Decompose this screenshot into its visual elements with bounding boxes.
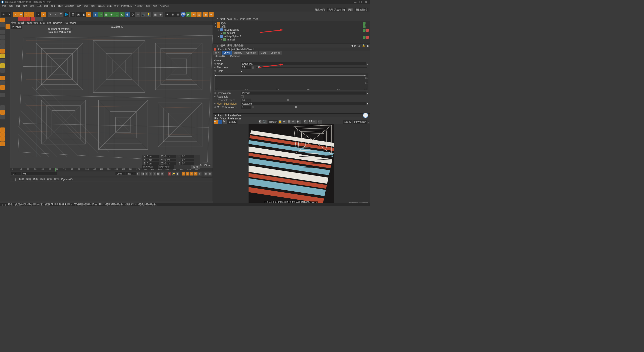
select-tool[interactable]: ↖	[13, 12, 18, 17]
camera-tool[interactable]: 📷	[141, 12, 146, 17]
tl-extra-2[interactable]: ◉	[208, 172, 212, 175]
tab-curve[interactable]: Curve	[222, 51, 232, 55]
menu-窗口[interactable]: 窗口	[145, 5, 151, 8]
rvmenu-preferences[interactable]: Preferences	[228, 117, 242, 120]
rs-render-icon[interactable]: OR	[181, 12, 186, 17]
workplane-btn[interactable]	[0, 85, 5, 90]
tl-next-frame[interactable]: ▶	[153, 172, 156, 175]
rot-h-input[interactable]: 0 °	[181, 155, 194, 158]
matmenu-创建[interactable]: 创建	[19, 178, 24, 181]
coord-mode-select[interactable]: 绝对尺寸	[159, 165, 174, 169]
param-bullet-icon[interactable]	[214, 67, 216, 68]
viewmenu-查看[interactable]: 查看	[11, 21, 16, 25]
nodespace-select[interactable]: 当前 (Redshift)	[327, 8, 346, 12]
sel-rect[interactable]	[0, 132, 5, 137]
dropdown-arrow-icon[interactable]: ▾	[367, 92, 368, 95]
menu-工具[interactable]: 工具	[36, 5, 42, 8]
axis-mode[interactable]	[0, 35, 5, 39]
matmenu-Cycles 4D[interactable]: Cycles 4D	[61, 178, 73, 181]
rv-channel-icon[interactable]: ◐	[297, 120, 301, 124]
material-panel[interactable]	[10, 181, 213, 201]
menu-Redshift[interactable]: Redshift	[134, 5, 144, 7]
rv-freeze-icon[interactable]: ❄	[283, 120, 287, 124]
snap-settings[interactable]	[0, 80, 5, 85]
renderview-viewport[interactable]: <微信公众号: 野鹿志 微博: 野鹿志 作者: 马鹿野郎> (0.07s) Pr…	[213, 124, 370, 204]
misc-tool[interactable]: ◉	[158, 12, 163, 17]
param-bullet-icon[interactable]	[214, 92, 216, 94]
objmenu-编辑[interactable]: 编辑	[227, 17, 232, 21]
param-bullet-icon[interactable]	[214, 106, 216, 108]
menu-体积[interactable]: 体积	[57, 5, 63, 8]
menu-角色[interactable]: 角色	[76, 5, 82, 8]
redshift-tag-icon[interactable]	[366, 29, 369, 32]
status-hamburger-icon[interactable]: ⋮⋮	[2, 203, 7, 206]
matmenu-材质[interactable]: 材质	[47, 178, 52, 181]
rv-zoom-in-icon[interactable]: +	[313, 120, 317, 124]
render-active[interactable]: ✦	[86, 12, 91, 17]
add-tool[interactable]: +	[41, 12, 46, 17]
model-mode[interactable]	[0, 18, 5, 22]
menu-样条[interactable]: 样条	[50, 5, 56, 8]
make-editable[interactable]	[6, 24, 10, 29]
lock-btn[interactable]	[0, 93, 5, 97]
rv-zoom-out-icon[interactable]: −	[318, 120, 322, 124]
max-subdivisions-slider[interactable]	[256, 107, 367, 107]
cube-primitive[interactable]: ◈	[93, 12, 98, 17]
maxsub-spinner[interactable]: ▴▾	[252, 106, 254, 108]
attr-lock-icon[interactable]: 🔒	[362, 44, 365, 47]
nurbs-tool[interactable]: ◉	[109, 12, 114, 17]
matmenu-选择[interactable]: 选择	[40, 178, 45, 181]
rv-aov-select[interactable]: Beauty	[227, 120, 237, 124]
tl-rot-key[interactable]: R	[190, 172, 193, 175]
menu-RealFlow[interactable]: RealFlow	[159, 5, 170, 7]
object-row[interactable]: ▸简易	[213, 22, 369, 25]
tl-play[interactable]: ▶	[149, 172, 152, 175]
tl-extra-1[interactable]: ◉	[204, 172, 208, 175]
objmenu-查看[interactable]: 查看	[233, 17, 238, 21]
viewmenu-Redshift[interactable]: Redshift	[53, 22, 62, 24]
mesh-subdivision-select[interactable]: Adaptive	[241, 102, 366, 105]
attr-nav-fwd-icon[interactable]: ▶	[354, 44, 356, 47]
menu-运动图形[interactable]: 运动图形	[64, 5, 75, 8]
dock-6[interactable]	[39, 17, 43, 21]
rv-render-button[interactable]: ▶	[214, 120, 218, 124]
objmenu-标签[interactable]: 标签	[247, 17, 252, 21]
renderview-close-icon[interactable]: ✕	[214, 114, 216, 117]
rv-picker-icon[interactable]: ✜	[292, 120, 296, 124]
attrmenu-用户数据[interactable]: 用户数据	[233, 44, 244, 47]
undo-button[interactable]: ↶	[1, 12, 6, 17]
mograph-tool[interactable]: ⬢	[125, 12, 130, 17]
field-tool[interactable]: ⬡	[130, 12, 135, 17]
rs-settings-icon[interactable]: ✦	[191, 12, 196, 17]
recent-tool[interactable]: ✕	[36, 12, 41, 17]
texture-mode[interactable]	[0, 22, 5, 27]
tl-goto-start[interactable]: ⏮	[137, 172, 140, 175]
generator-tool[interactable]: ▦	[104, 12, 109, 17]
rv-lock-icon[interactable]: 🔒	[278, 120, 283, 124]
rv-zoom-value[interactable]: 100 %	[343, 120, 352, 124]
coord-space-select[interactable]: 世界坐标	[142, 165, 158, 169]
size-x-input[interactable]: 0 cm	[164, 155, 176, 158]
dock-5[interactable]	[35, 17, 39, 21]
uvpoly-mode[interactable]	[0, 63, 5, 68]
tab-matte[interactable]: Matte	[259, 51, 269, 55]
attr-new-icon[interactable]: ◧	[367, 44, 369, 47]
tl-record[interactable]: ●	[168, 172, 171, 175]
matmenu-编辑[interactable]: 编辑	[26, 178, 31, 181]
menu-帮助[interactable]: 帮助	[152, 5, 158, 8]
viewmenu-摄像机[interactable]: 摄像机	[18, 21, 25, 25]
maximize-button[interactable]: ❐	[359, 1, 362, 4]
thickness-input[interactable]: 0.5	[241, 66, 251, 69]
dock-rec-1[interactable]	[18, 17, 22, 21]
rv-refresh-button[interactable]: ↻	[223, 120, 227, 124]
menu-编辑[interactable]: 编辑	[8, 5, 14, 8]
rv-zoom-fit-icon[interactable]: ⊡	[304, 120, 308, 124]
param-bullet-icon[interactable]	[214, 70, 216, 72]
uv-mode[interactable]	[0, 54, 5, 58]
tl-step-back[interactable]: ◀◀	[141, 172, 144, 175]
rv-camera-select[interactable]: Render	[268, 120, 278, 124]
viewmenu-ProRender[interactable]: ProRender	[64, 22, 76, 24]
tl-param-key[interactable]: A	[194, 172, 197, 175]
coord-z-input[interactable]: 0 cm	[146, 162, 159, 165]
close-button[interactable]: ✕	[365, 1, 367, 4]
